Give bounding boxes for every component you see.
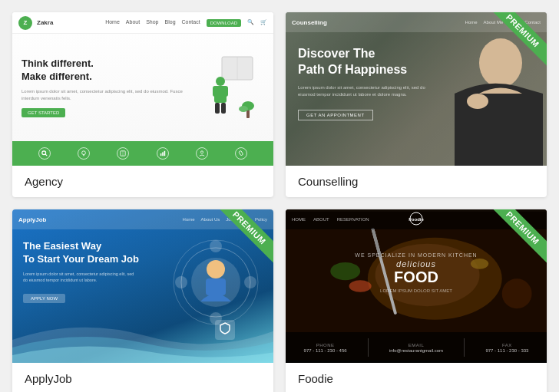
food-brand: Foodie: [405, 211, 428, 228]
svg-rect-4: [213, 86, 217, 97]
agency-search-icon: 🔍: [247, 19, 254, 27]
aj-about: About Us: [201, 217, 220, 222]
counselling-preview: Counselling Home About Me Blog Contact D…: [286, 12, 547, 166]
food-description: LOREM IPSUM DOLOR SIT AMET: [298, 288, 534, 293]
agency-person-svg: [207, 49, 260, 126]
applyjob-label: ApplyJob: [12, 363, 273, 392]
bar-lightbulb-icon: [78, 147, 90, 160]
food-fax-value: 977 - 111 - 230 - 333: [485, 348, 528, 353]
counselling-brand: Counselling: [292, 19, 327, 26]
counselling-premium-badge: PREMIUM: [493, 12, 547, 66]
food-phone-label: PHONE: [304, 343, 347, 348]
food-email-value: info@restaurantgmail.com: [389, 348, 443, 353]
food-preview: HOME ABOUT RESERVATION Foodie WE SPECIAL…: [286, 209, 547, 363]
food-nav-reservation: RESERVATION: [337, 217, 369, 222]
agency-cta-btn: GET STARTED: [22, 108, 65, 117]
svg-rect-6: [215, 103, 220, 114]
agency-headline: Think different.Make different.: [22, 58, 197, 84]
food-email-label: EMAIL: [389, 343, 443, 348]
counselling-card[interactable]: Counselling Home About Me Blog Contact D…: [286, 12, 547, 197]
food-fax: FAX 977 - 111 - 230 - 333: [485, 343, 528, 353]
agency-nav-links: Home About Shop Blog Contact DOWNLOAD 🔍 …: [105, 19, 267, 27]
food-premium-badge: PREMIUM: [493, 209, 547, 263]
agency-preview: Z Zakra Home About Shop Blog Contact DOW…: [12, 12, 273, 166]
agency-bottom-bar: [12, 141, 273, 166]
svg-rect-19: [164, 151, 165, 156]
applyjob-brand: ApplyJob: [18, 216, 46, 223]
agency-nav-about: About: [126, 19, 140, 27]
svg-rect-21: [239, 150, 243, 155]
food-label: Foodie: [286, 363, 547, 392]
agency-nav: Z Zakra Home About Shop Blog Contact DOW…: [12, 12, 273, 34]
applyjob-badge-wrapper: PREMIUM: [220, 209, 273, 263]
applyjob-sub: Lorem ipsum dolor sit amet, consectetur …: [23, 271, 138, 284]
svg-rect-18: [162, 152, 164, 156]
agency-download-btn: DOWNLOAD: [207, 19, 241, 27]
applyjob-cta-btn: APPLY NOW: [23, 294, 65, 303]
agency-card[interactable]: Z Zakra Home About Shop Blog Contact DOW…: [12, 12, 273, 197]
food-divider-2: [464, 338, 465, 357]
svg-line-12: [45, 154, 47, 156]
agency-nav-contact: Contact: [182, 19, 200, 27]
applyjob-card[interactable]: ApplyJob Home About Us Job Blog Policy T…: [12, 209, 273, 392]
template-grid: Z Zakra Home About Shop Blog Contact DOW…: [12, 12, 547, 392]
svg-point-29: [175, 276, 187, 288]
food-fax-label: FAX: [485, 343, 528, 348]
food-headline: FOOD: [298, 268, 534, 285]
agency-nav-blog: Blog: [165, 19, 176, 27]
food-card[interactable]: HOME ABOUT RESERVATION Foodie WE SPECIAL…: [286, 209, 547, 392]
svg-rect-28: [206, 278, 226, 295]
foodie-logo-svg: Foodie: [405, 211, 428, 226]
food-phone-value: 977 - 111 - 230 - 456: [304, 348, 347, 353]
applyjob-premium-badge: PREMIUM: [220, 209, 273, 263]
agency-cart-icon: 🛒: [260, 19, 267, 27]
food-divider-1: [368, 338, 369, 357]
bar-person-icon: [196, 147, 208, 160]
svg-point-30: [244, 276, 256, 288]
shield-icon: [220, 322, 230, 334]
agency-illustration: [203, 41, 264, 133]
agency-label: Agency: [12, 166, 273, 197]
agency-brand: Zakra: [37, 19, 53, 26]
agency-body: Think different.Make different. Lorem ip…: [12, 34, 273, 141]
svg-text:Foodie: Foodie: [408, 217, 424, 222]
svg-point-13: [82, 151, 86, 155]
bar-pencil-icon: [235, 147, 247, 160]
agency-sub: Lorem ipsum dolor sit amet, consectetur …: [22, 88, 197, 102]
counselling-label: Counselling: [286, 166, 547, 197]
agency-nav-home: Home: [105, 19, 120, 27]
food-bottom-bar: PHONE 977 - 111 - 230 - 456 EMAIL info@r…: [286, 332, 547, 363]
counselling-cta-btn: GET AN APPOINTMENT: [298, 110, 373, 120]
svg-point-10: [239, 106, 248, 112]
food-email: EMAIL info@restaurantgmail.com: [389, 343, 443, 353]
aj-home: Home: [183, 217, 195, 222]
coun-home: Home: [465, 20, 478, 25]
food-badge-wrapper: PREMIUM: [493, 209, 547, 263]
bar-search-icon: [38, 147, 51, 160]
bar-chart-icon: [157, 147, 169, 160]
counselling-sub: Lorem ipsum dolor sit amet, consectetur …: [298, 84, 436, 98]
counselling-badge-wrapper: PREMIUM: [493, 12, 547, 66]
food-nav-about: ABOUT: [313, 217, 329, 222]
svg-rect-5: [223, 86, 228, 97]
svg-rect-17: [160, 153, 161, 156]
applyjob-preview: ApplyJob Home About Us Job Blog Policy T…: [12, 209, 273, 363]
svg-point-11: [41, 151, 45, 155]
agency-nav-shop: Shop: [146, 19, 158, 27]
food-phone: PHONE 977 - 111 - 230 - 456: [304, 343, 347, 353]
applyjob-badge: [215, 320, 235, 340]
food-nav-home: HOME: [292, 217, 306, 222]
agency-text-area: Think different.Make different. Lorem ip…: [22, 41, 197, 133]
agency-logo: Z: [18, 16, 32, 30]
svg-rect-7: [221, 103, 226, 114]
svg-point-20: [200, 151, 203, 153]
applyjob-headline: The Easiest WayTo Start Your Dream Job: [23, 240, 146, 266]
svg-point-2: [216, 77, 225, 86]
bar-book-icon: [117, 147, 129, 160]
